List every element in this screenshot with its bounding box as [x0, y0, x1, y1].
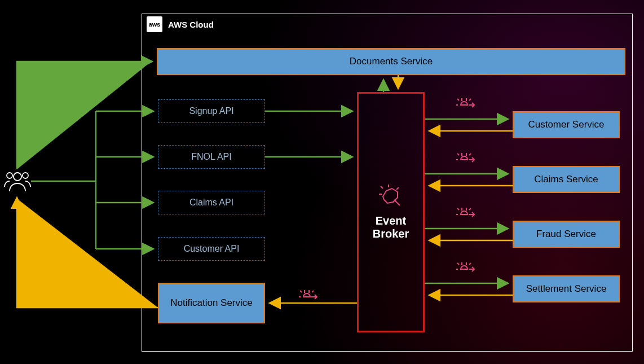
fraud-service-box: Fraud Service — [513, 221, 620, 248]
users-icon — [3, 169, 32, 194]
svg-line-6 — [396, 187, 399, 190]
customer-api-box: Customer API — [158, 237, 265, 261]
svg-line-11 — [457, 99, 459, 100]
claims-service-box: Claims Service — [513, 166, 620, 193]
svg-point-2 — [23, 173, 28, 178]
svg-line-23 — [457, 208, 459, 210]
event-broker-box: Event Broker — [357, 92, 425, 332]
svg-line-4 — [381, 186, 383, 188]
svg-line-30 — [469, 263, 471, 265]
svg-line-17 — [457, 154, 459, 155]
event-broker-line2: Broker — [373, 227, 409, 240]
notification-service-label: Notification Service — [170, 297, 253, 309]
customer-api-label: Customer API — [184, 244, 240, 254]
cloud-title: AWS Cloud — [168, 20, 214, 29]
event-broker-line1: Event — [373, 214, 409, 227]
event-icon — [456, 261, 475, 277]
claims-service-label: Claims Service — [534, 174, 598, 185]
svg-line-3 — [394, 200, 400, 205]
documents-service-box: Documents Service — [157, 48, 625, 75]
fnol-api-label: FNOL API — [191, 152, 231, 162]
fnol-api-box: FNOL API — [158, 145, 265, 169]
event-broker-icon — [377, 184, 404, 209]
settlement-service-label: Settlement Service — [526, 283, 607, 295]
svg-point-0 — [14, 173, 21, 181]
aws-logo-text: aws — [149, 21, 161, 28]
signup-api-box: Signup API — [158, 99, 265, 123]
claims-api-label: Claims API — [189, 198, 233, 208]
customer-service-box: Customer Service — [513, 111, 620, 138]
fraud-service-label: Fraud Service — [536, 229, 596, 240]
svg-line-35 — [300, 291, 302, 292]
event-icon — [456, 97, 475, 113]
event-icon — [456, 152, 475, 168]
svg-line-36 — [312, 291, 314, 292]
aws-logo-icon: aws — [147, 16, 162, 32]
claims-api-box: Claims API — [158, 191, 265, 214]
signup-api-label: Signup API — [189, 106, 233, 116]
svg-line-18 — [469, 154, 471, 155]
svg-point-1 — [7, 173, 12, 178]
customer-service-label: Customer Service — [528, 119, 604, 130]
settlement-service-box: Settlement Service — [513, 275, 620, 302]
event-icon — [456, 207, 475, 222]
svg-line-12 — [469, 99, 471, 100]
documents-service-label: Documents Service — [350, 56, 433, 67]
svg-line-24 — [469, 208, 471, 210]
notification-service-box: Notification Service — [158, 283, 265, 323]
event-icon — [299, 289, 318, 305]
svg-line-29 — [457, 263, 459, 265]
